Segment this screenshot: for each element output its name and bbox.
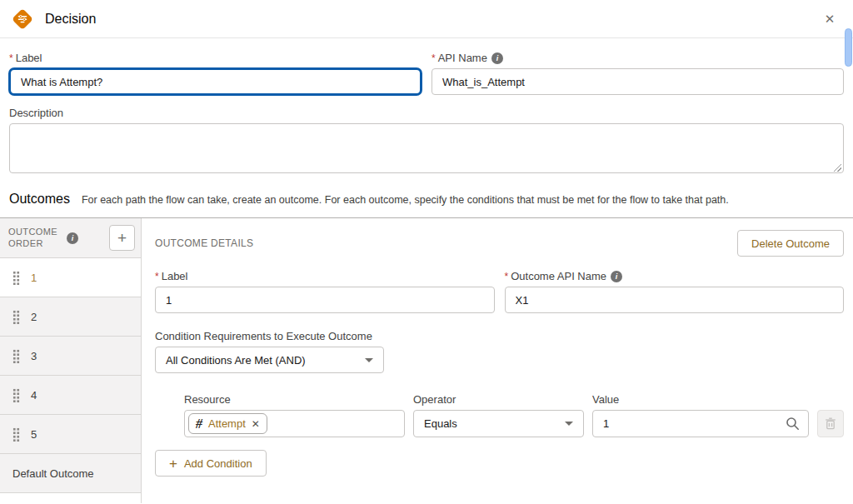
outcome-order-header: OUTCOME ORDER i + <box>0 218 141 258</box>
variable-icon: # <box>196 417 202 432</box>
drag-handle-icon[interactable] <box>12 427 20 442</box>
required-asterisk: * <box>155 271 159 282</box>
description-textarea[interactable] <box>9 123 844 173</box>
outcomes-subtext: For each path the flow can take, create … <box>82 194 729 206</box>
operator-select[interactable]: Equals <box>413 410 584 437</box>
label-field-label: * Label <box>9 52 422 64</box>
add-condition-button[interactable]: + Add Condition <box>155 450 267 477</box>
outcome-api-name-field-label: * Outcome API Name i <box>505 270 845 282</box>
info-icon[interactable]: i <box>491 52 503 64</box>
resize-grip-icon[interactable] <box>834 164 841 172</box>
drag-handle-icon[interactable] <box>12 388 20 402</box>
close-icon[interactable]: ✕ <box>820 9 840 29</box>
operator-label: Operator <box>413 393 584 406</box>
outcome-details-panel: OUTCOME DETAILS Delete Outcome * Label *… <box>142 218 853 503</box>
decision-icon <box>10 7 35 32</box>
search-icon <box>786 417 800 431</box>
outcome-order-item-3[interactable]: 3 <box>0 337 141 376</box>
info-icon[interactable]: i <box>67 232 78 244</box>
outcome-details-title: OUTCOME DETAILS <box>155 237 253 249</box>
decision-editor-modal: Decision ✕ * Label * API Name i <box>0 0 853 504</box>
resource-pill-label: Attempt <box>208 417 246 430</box>
drag-handle-icon[interactable] <box>12 349 20 363</box>
modal-header: Decision ✕ <box>0 0 853 38</box>
outcome-order-panel: OUTCOME ORDER i + 1 2 3 4 5 <box>0 218 142 503</box>
general-settings-form: * Label * API Name i Description <box>0 38 853 176</box>
outcomes-section-header: Outcomes For each path the flow can take… <box>0 176 853 217</box>
required-asterisk: * <box>505 271 509 282</box>
label-input[interactable] <box>9 68 422 95</box>
drag-handle-icon[interactable] <box>12 310 20 324</box>
outcome-api-name-input[interactable] <box>505 287 845 313</box>
remove-pill-icon[interactable]: ✕ <box>252 419 260 429</box>
delete-outcome-button[interactable]: Delete Outcome <box>737 230 844 257</box>
outcome-label-input[interactable] <box>155 287 495 313</box>
outcome-order-item-default[interactable]: Default Outcome <box>0 454 141 493</box>
api-name-input[interactable] <box>431 68 844 95</box>
condition-row: Resource # Attempt ✕ Operator <box>184 393 844 437</box>
chevron-down-icon <box>365 358 373 362</box>
drag-handle-icon[interactable] <box>12 271 20 285</box>
api-name-field-label: * API Name i <box>431 52 844 64</box>
value-label: Value <box>592 393 809 406</box>
outcome-order-item-1[interactable]: 1 <box>0 258 141 297</box>
outcomes-heading: Outcomes <box>9 192 70 207</box>
outcome-editor: OUTCOME ORDER i + 1 2 3 4 5 <box>0 217 853 503</box>
outcome-order-title: OUTCOME ORDER <box>8 227 62 250</box>
resource-pill[interactable]: # Attempt ✕ <box>188 413 267 434</box>
delete-condition-button[interactable] <box>817 410 844 437</box>
info-icon[interactable]: i <box>611 271 622 282</box>
resource-combobox[interactable]: # Attempt ✕ <box>184 410 405 437</box>
outcome-order-item-5[interactable]: 5 <box>0 415 141 454</box>
required-asterisk: * <box>431 52 436 64</box>
condition-requirements-select[interactable]: All Conditions Are Met (AND) <box>155 347 384 373</box>
outcome-order-item-4[interactable]: 4 <box>0 376 141 415</box>
description-field-label: Description <box>9 107 844 119</box>
required-asterisk: * <box>9 52 13 64</box>
condition-requirements-label: Condition Requirements to Execute Outcom… <box>155 330 844 342</box>
plus-icon: + <box>169 457 177 471</box>
trash-icon <box>825 417 836 430</box>
chevron-down-icon <box>565 422 573 426</box>
resource-label: Resource <box>184 393 405 406</box>
outcome-label-field-label: * Label <box>155 270 495 282</box>
scrollbar-thumb[interactable] <box>845 28 852 67</box>
page-title: Decision <box>45 12 96 27</box>
value-input[interactable] <box>592 410 809 437</box>
outcome-order-item-2[interactable]: 2 <box>0 297 141 337</box>
add-outcome-button[interactable]: + <box>109 225 135 251</box>
